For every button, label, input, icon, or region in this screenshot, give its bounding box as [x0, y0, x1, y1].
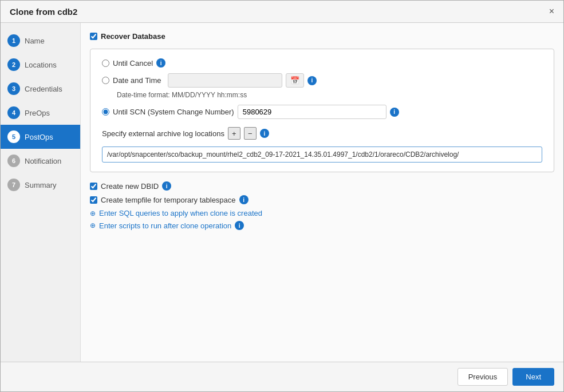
recover-db-row: Recover Database — [90, 32, 554, 41]
add-archive-log-button[interactable]: + — [228, 127, 240, 140]
date-format-hint: Date-time format: MM/DD/YYYY hh:mm:ss — [117, 91, 542, 99]
sidebar-item-summary[interactable]: 7Summary — [1, 173, 80, 197]
modal-body: 1Name2Locations3Credentials4PreOps5PostO… — [1, 23, 563, 362]
sql-queries-link: Enter SQL queries to apply when clone is… — [99, 209, 262, 217]
sidebar-step-num-7: 7 — [7, 179, 20, 191]
close-button[interactable]: × — [549, 6, 554, 17]
modal-header: Clone from cdb2 × — [1, 1, 563, 23]
until-cancel-radio[interactable] — [102, 60, 109, 67]
scripts-info-icon[interactable]: i — [235, 221, 244, 230]
sidebar-step-num-2: 2 — [7, 58, 20, 71]
create-tempfile-row: Create tempfile for temporary tablespace… — [90, 195, 554, 204]
until-scn-label: Until SCN (System Change Number) — [113, 108, 234, 116]
modal-footer: Previous Next — [1, 362, 563, 391]
sql-queries-link-row[interactable]: ⊕ Enter SQL queries to apply when clone … — [90, 209, 554, 217]
scripts-link: Enter scripts to run after clone operati… — [99, 221, 231, 230]
recover-db-label: Recover Database — [101, 32, 165, 41]
remove-archive-log-button[interactable]: − — [244, 127, 257, 140]
create-dbid-row: Create new DBID i — [90, 181, 554, 191]
sidebar-item-label-locations: Locations — [25, 61, 57, 69]
create-tempfile-checkbox[interactable] — [90, 196, 97, 204]
create-tempfile-label: Create tempfile for temporary tablespace — [101, 196, 236, 204]
sidebar-item-name[interactable]: 1Name — [1, 29, 80, 53]
scn-input[interactable] — [238, 105, 386, 119]
date-time-input[interactable] — [168, 73, 282, 88]
until-cancel-info-icon[interactable]: i — [156, 58, 165, 68]
sidebar-item-label-credentials: Credentials — [25, 85, 62, 93]
archive-log-row: Specify external archive log locations +… — [102, 127, 542, 140]
previous-button[interactable]: Previous — [457, 368, 508, 386]
scn-row: Until SCN (System Change Number) i — [102, 105, 542, 119]
next-button[interactable]: Next — [512, 368, 554, 386]
scn-info-icon[interactable]: i — [390, 108, 399, 117]
sidebar-item-preops[interactable]: 4PreOps — [1, 101, 80, 125]
archive-log-path-input[interactable] — [102, 146, 542, 163]
create-tempfile-info-icon[interactable]: i — [239, 195, 249, 204]
sidebar: 1Name2Locations3Credentials4PreOps5PostO… — [1, 23, 81, 362]
sql-queries-expand-icon: ⊕ — [90, 209, 96, 217]
recover-db-checkbox[interactable] — [90, 33, 97, 40]
bottom-options: Create new DBID i Create tempfile for te… — [90, 181, 554, 230]
sidebar-step-num-3: 3 — [7, 82, 20, 95]
sidebar-item-label-name: Name — [25, 37, 45, 45]
until-cancel-row: Until Cancel i — [102, 58, 542, 68]
archive-log-label: Specify external archive log locations — [102, 129, 224, 138]
sidebar-item-label-notification: Notification — [25, 157, 61, 165]
sidebar-item-label-postops: PostOps — [25, 133, 53, 141]
inner-panel: Until Cancel i Date and Time 📅 i Date-ti… — [90, 49, 554, 172]
date-time-radio[interactable] — [102, 77, 109, 84]
sidebar-step-num-5: 5 — [7, 130, 20, 143]
date-time-label: Date and Time — [113, 76, 164, 85]
sidebar-item-label-preops: PreOps — [25, 109, 50, 117]
modal: Clone from cdb2 × 1Name2Locations3Creden… — [0, 0, 564, 392]
calendar-button[interactable]: 📅 — [286, 73, 304, 88]
sidebar-item-postops[interactable]: 5PostOps — [1, 125, 80, 149]
main-content: Recover Database Until Cancel i Date and… — [81, 23, 563, 362]
sidebar-item-notification[interactable]: 6Notification — [1, 149, 80, 173]
sidebar-step-num-6: 6 — [7, 155, 20, 167]
sidebar-step-num-4: 4 — [7, 106, 20, 119]
create-dbid-info-icon[interactable]: i — [162, 181, 171, 191]
sidebar-item-label-summary: Summary — [25, 181, 57, 189]
create-dbid-checkbox[interactable] — [90, 183, 97, 190]
until-cancel-label: Until Cancel — [113, 59, 153, 68]
sidebar-item-locations[interactable]: 2Locations — [1, 53, 80, 77]
sidebar-step-num-1: 1 — [7, 34, 20, 47]
modal-title: Clone from cdb2 — [10, 7, 77, 17]
until-scn-radio[interactable] — [102, 108, 109, 116]
date-time-row: Date and Time 📅 i — [102, 73, 542, 88]
archive-log-info-icon[interactable]: i — [260, 129, 269, 138]
create-dbid-label: Create new DBID — [101, 182, 159, 191]
date-time-info-icon[interactable]: i — [307, 76, 317, 85]
scripts-link-row[interactable]: ⊕ Enter scripts to run after clone opera… — [90, 221, 554, 230]
scripts-expand-icon: ⊕ — [90, 221, 96, 229]
sidebar-item-credentials[interactable]: 3Credentials — [1, 77, 80, 101]
